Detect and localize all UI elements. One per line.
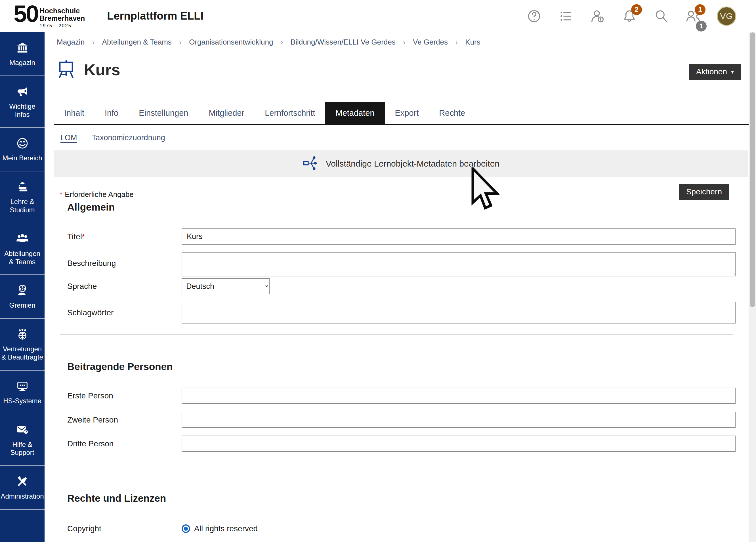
sidebar-item-administration[interactable]: Administration bbox=[0, 466, 45, 510]
sidebar-item-mein-bereich[interactable]: Mein Bereich bbox=[0, 128, 45, 171]
page-scrollbar[interactable] bbox=[749, 32, 756, 542]
sprache-label: Sprache bbox=[67, 282, 182, 291]
sidebar-item-magazin[interactable]: Magazin bbox=[0, 32, 45, 76]
breadcrumb: Magazin › Abteilungen & Teams › Organisa… bbox=[45, 32, 749, 52]
breadcrumb-separator: › bbox=[92, 38, 95, 47]
tools-icon bbox=[16, 475, 29, 489]
subtab-taxonomiezuordnung[interactable]: Taxonomiezuordnung bbox=[92, 133, 165, 142]
breadcrumb-kurs[interactable]: Kurs bbox=[465, 38, 480, 47]
sidebar-item-wichtige-infos[interactable]: Wichtige Infos bbox=[0, 76, 45, 128]
breadcrumb-separator: › bbox=[403, 38, 406, 47]
beschreibung-textarea[interactable] bbox=[182, 252, 736, 276]
sidebar-item-hs-systeme[interactable]: HS-Systeme bbox=[0, 371, 45, 414]
logo-50-mark: 50 bbox=[14, 3, 38, 25]
required-asterisk: * bbox=[60, 190, 62, 199]
sidebar-item-gremien[interactable]: Gremien bbox=[0, 275, 45, 319]
user-avatar[interactable]: VG bbox=[717, 7, 736, 26]
breadcrumb-separator: › bbox=[280, 38, 283, 47]
section-divider bbox=[60, 334, 733, 335]
sprache-select[interactable]: Deutsch bbox=[182, 278, 270, 294]
logo-name-line1: Hochschule bbox=[39, 7, 85, 14]
titel-row: Titel* bbox=[67, 228, 736, 245]
actions-button[interactable]: Aktionen ▾ bbox=[689, 64, 741, 80]
tab-mitglieder[interactable]: Mitglieder bbox=[198, 102, 255, 124]
copyright-row: Copyright All rights reserved bbox=[67, 524, 736, 533]
sidebar-item-lehre-studium[interactable]: Lehre & Studium bbox=[0, 171, 45, 223]
breadcrumb-separator: › bbox=[455, 38, 458, 47]
section-beitragende-title: Beitragende Personen bbox=[67, 361, 173, 372]
sidebar-item-vertretungen[interactable]: Vertretungen & Beauftragte bbox=[0, 319, 45, 371]
breadcrumb-organisationsentwicklung[interactable]: Organisationsentwicklung bbox=[189, 38, 273, 47]
main-content: Magazin › Abteilungen & Teams › Organisa… bbox=[45, 32, 749, 542]
section-allgemein-title: Allgemein bbox=[67, 201, 115, 213]
sprache-row: Sprache Deutsch bbox=[67, 278, 736, 294]
breadcrumb-abteilungen-teams[interactable]: Abteilungen & Teams bbox=[102, 38, 172, 47]
app-title: Lernplattform ELLI bbox=[107, 10, 203, 22]
section-rechte-title: Rechte und Lizenzen bbox=[67, 493, 166, 504]
who-is-online-icon[interactable] bbox=[590, 8, 606, 24]
globe-people-icon bbox=[16, 328, 29, 342]
tab-info[interactable]: Info bbox=[95, 102, 129, 124]
help-icon[interactable] bbox=[526, 8, 542, 24]
banner-label: Vollständige Lernobjekt-Metadaten bearbe… bbox=[326, 159, 499, 169]
tab-export[interactable]: Export bbox=[385, 102, 429, 124]
tab-inhalt[interactable]: Inhalt bbox=[54, 102, 95, 124]
dritte-person-row: Dritte Person bbox=[67, 436, 736, 452]
logo-years: 1975 - 2025 bbox=[39, 23, 85, 29]
search-icon[interactable] bbox=[653, 8, 669, 24]
logo-name-line2: Bremerhaven bbox=[39, 14, 85, 22]
titel-label: Titel* bbox=[67, 232, 182, 241]
save-button[interactable]: Speichern bbox=[679, 184, 729, 200]
beschreibung-label: Beschreibung bbox=[67, 259, 182, 268]
beschreibung-row: Beschreibung bbox=[67, 252, 736, 278]
mail-question-icon: ? bbox=[16, 423, 29, 438]
erste-person-row: Erste Person bbox=[67, 388, 736, 404]
elli-learning-platform: 50 Hochschule Bremerhaven 1975 - 2025 Le… bbox=[0, 0, 756, 542]
people-group-icon bbox=[16, 232, 29, 247]
edit-full-metadata-banner[interactable]: Vollständige Lernobjekt-Metadaten bearbe… bbox=[54, 150, 748, 177]
tab-einstellungen[interactable]: Einstellungen bbox=[129, 102, 198, 124]
breadcrumb-bildung-wissen[interactable]: Bildung/Wissen/ELLI Ve Gerdes bbox=[291, 38, 396, 47]
zweite-person-row: Zweite Person bbox=[67, 412, 736, 428]
smiley-icon bbox=[16, 137, 29, 151]
subtab-lom[interactable]: LOM bbox=[60, 133, 77, 142]
titel-input[interactable] bbox=[182, 228, 736, 245]
schlagwoerter-row: Schlagwörter bbox=[67, 302, 736, 323]
breadcrumb-magazin[interactable]: Magazin bbox=[57, 38, 85, 47]
copyright-label: Copyright bbox=[67, 524, 182, 533]
metadata-nodes-icon bbox=[303, 155, 318, 172]
zweite-person-input[interactable] bbox=[182, 412, 736, 428]
erste-person-input[interactable] bbox=[182, 388, 736, 404]
course-easel-icon bbox=[57, 60, 75, 79]
monitor-icon bbox=[16, 380, 29, 394]
bank-icon bbox=[16, 41, 29, 56]
sidebar-item-hilfe-support[interactable]: ? Hilfe & Support bbox=[0, 414, 45, 466]
books-graduation-icon bbox=[16, 180, 29, 195]
hochschule-bremerhaven-logo[interactable]: 50 Hochschule Bremerhaven 1975 - 2025 bbox=[14, 3, 85, 29]
contacts-icon[interactable]: 1 1 bbox=[685, 8, 701, 24]
scrollbar-thumb[interactable] bbox=[750, 32, 755, 307]
sidebar-item-abteilungen-teams[interactable]: Abteilungen & Teams bbox=[0, 223, 45, 275]
dritte-person-input[interactable] bbox=[182, 436, 736, 452]
page-title: Kurs bbox=[84, 60, 120, 79]
tab-lernfortschritt[interactable]: Lernfortschritt bbox=[255, 102, 325, 124]
metadata-subtabs: LOM Taxonomiezuordnung bbox=[60, 133, 165, 142]
tab-rechte[interactable]: Rechte bbox=[429, 102, 475, 124]
copyright-radio-label: All rights reserved bbox=[194, 524, 258, 533]
section-divider bbox=[60, 467, 733, 467]
zweite-person-label: Zweite Person bbox=[67, 415, 182, 425]
top-header: 50 Hochschule Bremerhaven 1975 - 2025 Le… bbox=[0, 0, 756, 32]
main-sidebar: Magazin Wichtige Infos Mein Bereich Lehr… bbox=[0, 32, 45, 542]
contacts-badge-total: 1 bbox=[696, 21, 707, 31]
breadcrumb-separator: › bbox=[179, 38, 182, 47]
contacts-badge-new: 1 bbox=[695, 4, 705, 15]
copyright-radio[interactable] bbox=[182, 524, 190, 533]
chevron-down-icon: ▾ bbox=[731, 68, 734, 75]
megaphone-icon bbox=[16, 85, 29, 99]
breadcrumb-ve-gerdes[interactable]: Ve Gerdes bbox=[413, 38, 448, 47]
notifications-bell-icon[interactable]: 2 bbox=[621, 8, 637, 24]
notifications-badge: 2 bbox=[631, 4, 642, 15]
schlagwoerter-input[interactable] bbox=[182, 302, 736, 323]
tab-metadaten[interactable]: Metadaten bbox=[325, 102, 385, 124]
todo-list-icon[interactable] bbox=[558, 8, 574, 24]
